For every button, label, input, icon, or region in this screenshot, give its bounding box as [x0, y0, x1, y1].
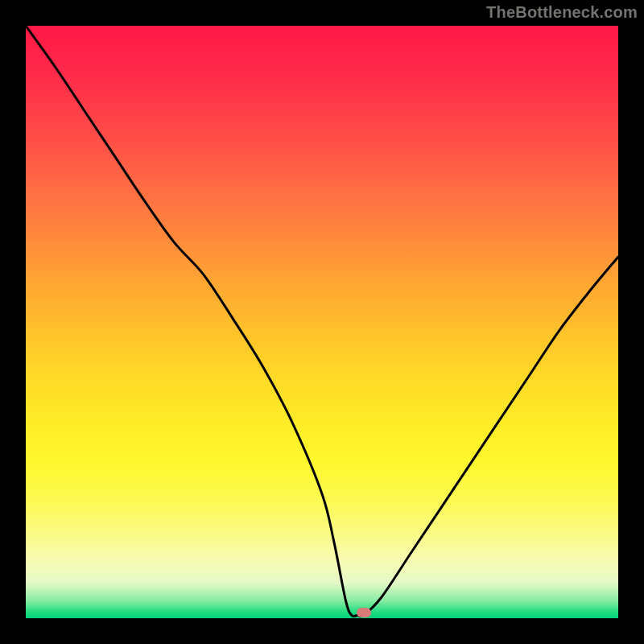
chart-frame: TheBottleneck.com [0, 0, 644, 644]
min-marker [357, 608, 371, 617]
bottleneck-curve [26, 26, 618, 618]
plot-area [26, 26, 618, 618]
watermark-text: TheBottleneck.com [486, 3, 638, 22]
curve-path [26, 26, 618, 617]
